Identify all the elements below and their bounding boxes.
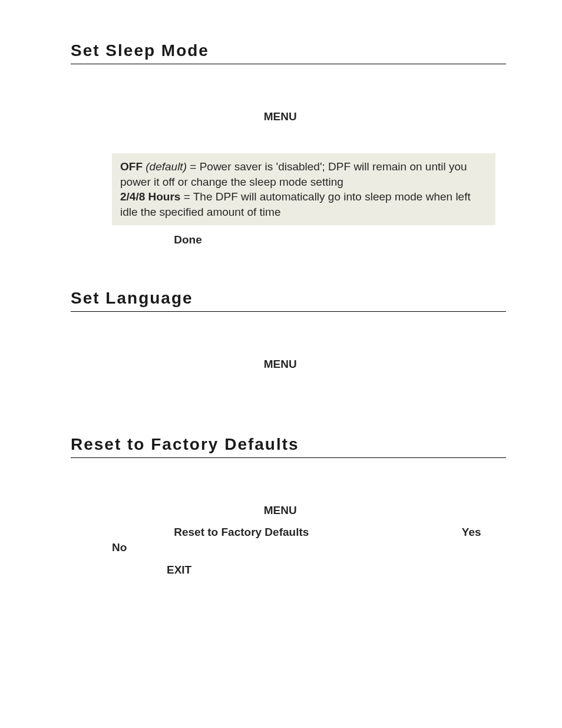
sleep-step3-post: when completed. — [202, 233, 290, 246]
sleep-step-3: 3. Select Done when completed. — [112, 232, 506, 248]
language-step-1: 1. In the Settings menu, press MENU to s… — [112, 357, 506, 372]
language-step1-post: to select Language. — [297, 358, 398, 370]
note-hours-label: 2/4/8 Hours — [120, 190, 180, 203]
reset-step-2: 2. Select Reset to Factory Defaults and … — [112, 525, 506, 555]
reset-step2-post: in the confirmation box. — [127, 541, 246, 554]
document-page: Set Sleep Mode To set the picture frame'… — [0, 0, 562, 728]
reset-exit-label: EXIT — [167, 564, 191, 576]
sleep-note-off: OFF (default) = Power saver is 'disabled… — [120, 159, 487, 189]
reset-step3-post: when completed. — [191, 564, 279, 576]
reset-step3-pre: 3. Press — [112, 564, 156, 576]
heading-set-language: Set Language — [71, 289, 506, 312]
reset-step2-mid: and then select — [309, 526, 391, 538]
reset-step2-pre: 2. Select — [112, 526, 158, 538]
reset-step-3: 3. Press EXIT when completed. — [112, 562, 506, 578]
sleep-note-box: OFF (default) = Power saver is 'disabled… — [112, 153, 495, 226]
sleep-step1-post: to select Sleep Mode. — [297, 110, 408, 123]
sleep-step-1: 1. In the Settings menu, press MENU to s… — [112, 109, 506, 124]
heading-reset-factory: Reset to Factory Defaults — [71, 435, 506, 458]
reset-intro: To reset all DPF settings to the factory… — [71, 476, 506, 491]
sleep-menu-label: MENU — [264, 110, 297, 123]
sleep-step1-pre: 1. In the Settings menu, press — [112, 110, 264, 123]
sleep-intro: To set the picture frame's sleep mode to… — [71, 82, 506, 97]
reset-step-1: 1. In the Settings menu, press MENU to s… — [112, 503, 506, 518]
reset-step1-pre: 1. In the Settings menu, press — [112, 504, 264, 516]
note-off-label: OFF — [120, 160, 143, 173]
reset-no-label: No — [112, 541, 127, 554]
reset-menu-label: MENU — [264, 504, 297, 516]
language-intro: To select the language of the DPF's disp… — [71, 330, 506, 345]
note-off-default: (default) — [143, 160, 187, 173]
reset-yes-label: Yes — [462, 526, 481, 538]
language-step-2: 2. Use the RIGHT/LEFT buttons to select … — [112, 378, 506, 394]
language-step1-pre: 1. In the Settings menu, press — [112, 358, 264, 370]
reset-step1-post: to select Defaults. — [297, 504, 389, 516]
sleep-note-hours: 2/4/8 Hours = The DPF will automatically… — [120, 189, 487, 219]
sleep-done-label: Done — [174, 233, 202, 246]
sleep-step-2: 2. Select one of the options: — [112, 131, 506, 146]
language-menu-label: MENU — [264, 358, 297, 370]
sleep-step3-pre: 3. Select — [112, 233, 158, 246]
heading-set-sleep-mode: Set Sleep Mode — [71, 41, 506, 64]
reset-step2-or: or — [481, 526, 494, 538]
reset-factory-label: Reset to Factory Defaults — [174, 526, 309, 538]
